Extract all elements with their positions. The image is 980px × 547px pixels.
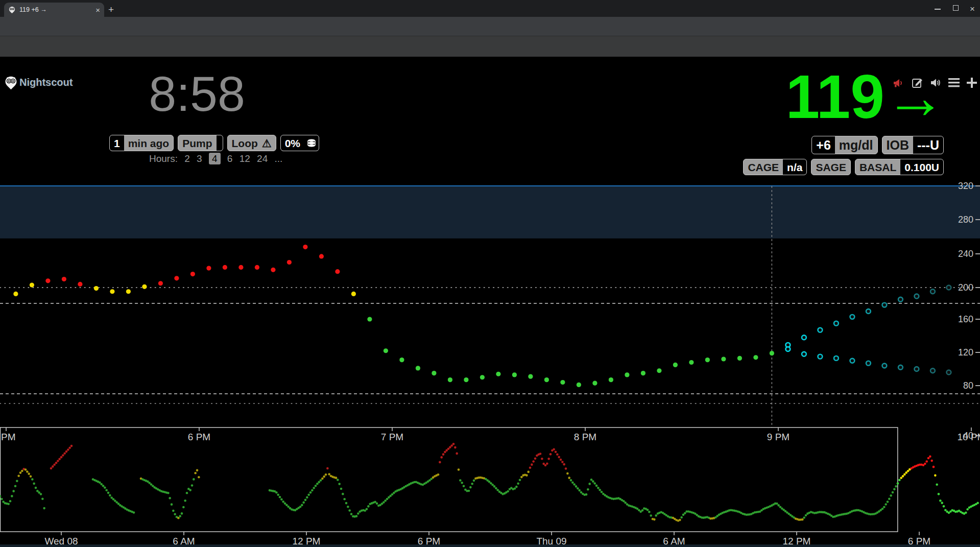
context-dot	[592, 480, 594, 483]
context-dot	[182, 506, 185, 509]
context-dot	[648, 511, 651, 513]
context-dot	[531, 463, 533, 466]
bg-reading-dot	[303, 245, 307, 249]
context-dot	[350, 513, 353, 515]
bg-reading-dot	[190, 272, 195, 276]
x-tick-label: 6 PM	[188, 432, 210, 442]
prediction-dot	[834, 321, 839, 326]
bg-reading-dot	[13, 292, 18, 296]
bg-reading-dot	[448, 377, 452, 382]
context-dot	[578, 489, 581, 492]
prediction-dot	[915, 294, 919, 299]
context-dot	[463, 485, 465, 487]
context-dot	[277, 493, 279, 496]
context-dot	[196, 469, 199, 472]
context-dot	[517, 482, 519, 485]
bg-reading-dot	[432, 371, 436, 375]
prediction-dot	[898, 365, 903, 370]
context-dot	[943, 505, 945, 508]
bottom-strip	[0, 544, 980, 547]
context-dot	[345, 502, 348, 505]
prediction-dot	[866, 361, 871, 366]
context-dot	[437, 473, 440, 476]
glucose-charts[interactable]: 4080120160200240280320PM6 PM7 PM8 PM9 PM…	[0, 0, 980, 547]
context-dot	[507, 490, 509, 493]
bg-reading-dot	[770, 351, 774, 355]
context-dot	[315, 485, 317, 487]
context-dot	[107, 492, 110, 494]
bg-reading-dot	[174, 276, 179, 280]
context-dot	[325, 473, 327, 476]
context-dot	[966, 508, 969, 511]
context-dot	[449, 446, 451, 448]
context-dot	[573, 483, 576, 486]
context-dot	[547, 458, 550, 460]
context-dot	[52, 465, 54, 468]
context-dot	[57, 460, 59, 462]
context-dot	[561, 461, 564, 463]
context-dot	[171, 503, 173, 506]
context-dot	[897, 482, 899, 485]
prediction-dot	[818, 328, 823, 332]
context-dot	[682, 514, 685, 516]
y-tick-label: 120	[958, 347, 973, 358]
context-dot	[680, 516, 683, 519]
bg-reading-dot	[657, 368, 661, 373]
context-dot	[9, 500, 12, 503]
y-tick-label: 200	[958, 282, 973, 293]
context-dot	[885, 503, 887, 506]
prediction-dot	[834, 356, 839, 361]
context-dot	[461, 482, 463, 484]
prediction-dot	[930, 368, 935, 373]
context-dot	[571, 481, 574, 484]
context-dot	[355, 515, 358, 517]
context-dot	[469, 486, 472, 489]
context-dot	[55, 462, 58, 464]
bg-reading-dot	[399, 358, 404, 362]
context-dot	[172, 510, 175, 512]
context-dot	[450, 444, 453, 447]
context-dot	[888, 497, 891, 500]
context-dot	[302, 502, 305, 504]
context-dot	[99, 481, 101, 484]
context-dot	[881, 508, 884, 510]
context-dot	[898, 479, 901, 482]
context-dot	[939, 500, 942, 502]
prediction-dot	[866, 309, 871, 314]
context-dot	[105, 489, 108, 491]
context-dot	[384, 500, 387, 502]
context-dot	[519, 479, 521, 481]
bg-reading-dot	[416, 366, 420, 370]
bg-reading-dot	[480, 375, 485, 379]
prediction-dot	[882, 364, 887, 368]
y-tick-label: 160	[958, 314, 973, 324]
context-dot	[555, 450, 557, 453]
context-dot	[679, 519, 681, 521]
context-dot	[68, 446, 71, 449]
context-dot	[347, 506, 349, 508]
x-tick-label: 9 PM	[767, 432, 790, 442]
context-dot	[366, 508, 368, 511]
prediction-dot	[930, 289, 935, 294]
context-dot	[624, 502, 627, 504]
context-dot	[890, 494, 892, 497]
context-dot	[892, 491, 894, 494]
context-dot	[167, 492, 170, 494]
context-dot	[30, 475, 32, 478]
context-dot	[459, 479, 462, 482]
context-dot	[934, 474, 937, 477]
context-dot	[454, 446, 457, 449]
context-dot	[493, 485, 496, 488]
bg-reading-dot	[255, 265, 259, 270]
context-dot	[316, 483, 319, 485]
context-dot	[50, 467, 53, 470]
context-dot	[275, 491, 278, 494]
bg-reading-dot	[689, 360, 694, 365]
bg-reading-dot	[641, 371, 646, 375]
context-dot	[468, 490, 470, 492]
context-dot	[311, 489, 314, 492]
context-chart[interactable]: Wed 086 AM12 PM6 PMThu 096 AM12 PM6 PM	[0, 427, 979, 546]
context-dot	[777, 504, 780, 507]
context-dot	[439, 461, 441, 464]
context-dot	[41, 497, 44, 500]
